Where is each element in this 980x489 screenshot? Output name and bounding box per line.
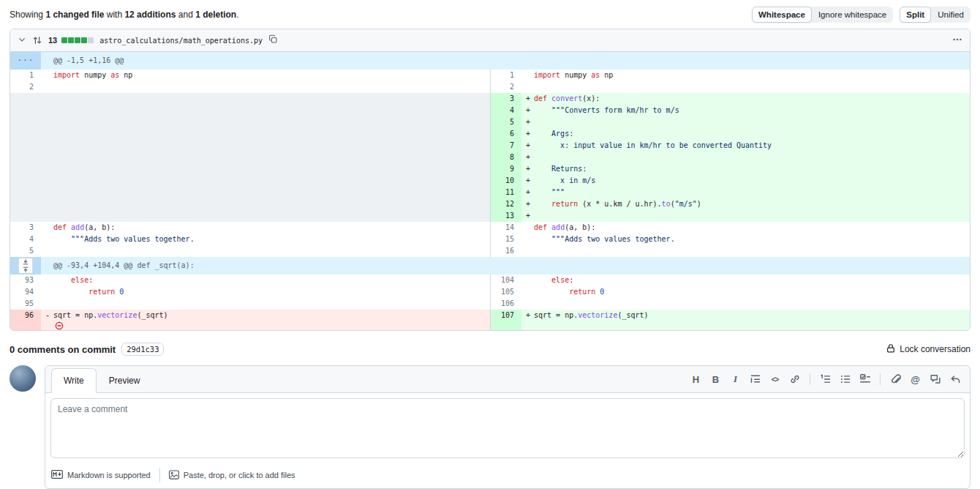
line-number[interactable]: 16 — [491, 245, 521, 257]
diff-cell: 5 — [10, 245, 490, 257]
diff-cell: 5+ — [490, 116, 970, 128]
diff-body: ···@@ -1,5 +1,16 @@1import numpy as np1i… — [10, 52, 970, 330]
line-number[interactable] — [491, 321, 521, 330]
line-number[interactable]: 3 — [10, 222, 41, 234]
comment-box: Write Preview HBI<>@ Markdown is support… — [45, 365, 970, 489]
tasklist-icon[interactable] — [856, 370, 874, 388]
bold-icon[interactable]: B — [706, 370, 725, 388]
code-icon[interactable]: <> — [766, 370, 784, 388]
line-number[interactable]: 4 — [491, 105, 521, 116]
line-number[interactable]: 4 — [10, 234, 41, 245]
file-path[interactable]: astro_calculations/math_operations.py — [99, 37, 263, 45]
diff-cell: 2 — [10, 81, 490, 93]
arrows-up-down-icon[interactable] — [32, 35, 42, 45]
line-number[interactable]: 10 — [491, 175, 521, 187]
file-options-button[interactable] — [952, 34, 962, 47]
expand-up-icon[interactable] — [19, 266, 32, 273]
diff-row: 10+ x in m/s — [10, 175, 970, 187]
list-ordered-icon[interactable] — [816, 370, 834, 388]
line-number[interactable]: 3 — [491, 93, 521, 105]
line-number[interactable]: 94 — [10, 286, 41, 298]
line-number[interactable]: 96 — [10, 310, 41, 321]
line-number[interactable]: 95 — [10, 298, 41, 310]
paperclip-icon[interactable] — [886, 370, 905, 388]
mention-icon[interactable]: @ — [906, 370, 924, 388]
diff-row: 6+ Args: — [10, 128, 970, 140]
composer-toolbar: HBI<>@ — [687, 370, 964, 388]
diff-cell: 8+ — [490, 152, 970, 163]
attach-files-button[interactable]: Paste, drop, or click to add files — [169, 470, 295, 481]
hunk-header: @@ -93,4 +104,4 @@ def _sqrt(a): — [10, 257, 970, 275]
copy-icon — [268, 34, 278, 46]
quote-icon[interactable] — [746, 370, 764, 388]
image-icon — [169, 470, 179, 481]
line-number[interactable] — [10, 321, 41, 330]
line-number[interactable]: 1 — [491, 70, 521, 81]
line-number[interactable]: 5 — [10, 245, 41, 257]
heading-icon[interactable]: H — [687, 370, 705, 388]
reply-icon[interactable] — [946, 370, 964, 388]
comment-input[interactable] — [50, 398, 965, 458]
list-unordered-icon[interactable] — [836, 370, 854, 388]
ignore-whitespace-button[interactable]: Ignore whitespace — [812, 7, 893, 23]
split-view-button[interactable]: Split — [900, 7, 931, 23]
diff-cell-empty — [10, 163, 490, 175]
expand-down-icon[interactable] — [19, 258, 32, 266]
line-number[interactable]: 6 — [491, 128, 521, 140]
diff-cell: 106 — [490, 298, 970, 310]
markdown-supported-link[interactable]: Markdown is supported — [51, 470, 151, 480]
unified-view-button[interactable]: Unified — [931, 7, 970, 23]
line-number[interactable]: 9 — [491, 163, 521, 175]
line-number[interactable]: 14 — [491, 222, 521, 234]
line-number[interactable]: 12 — [491, 198, 521, 210]
lock-conversation-button[interactable]: Lock conversation — [886, 343, 970, 356]
diff-cell: 1import numpy as np — [490, 70, 970, 81]
tab-preview[interactable]: Preview — [97, 368, 153, 393]
diff-cell: 7+ x: input value in km/hr to be convert… — [490, 140, 970, 152]
whitespace-button[interactable]: Whitespace — [752, 7, 812, 23]
diffstat — [61, 37, 94, 43]
copy-path-button[interactable] — [268, 34, 278, 46]
diff-cell: 94 return 0 — [10, 286, 490, 298]
line-number[interactable]: 104 — [491, 275, 521, 286]
tab-write[interactable]: Write — [51, 368, 97, 393]
composer-body — [45, 393, 970, 466]
line-number[interactable]: 15 — [491, 234, 521, 245]
diff-row: 7+ x: input value in km/hr to be convert… — [10, 140, 970, 152]
line-number[interactable]: 2 — [10, 81, 41, 93]
link-icon[interactable] — [785, 370, 804, 388]
line-number[interactable]: 105 — [491, 286, 521, 298]
diff-cell: 15 """Adds two values together. — [490, 234, 970, 245]
hunk-expand-dots[interactable]: ··· — [18, 55, 34, 67]
diff-cell: 4+ """Converts form km/hr to m/s — [490, 105, 970, 116]
footer-divider — [159, 468, 160, 482]
diff-cell: 11+ """ — [490, 187, 970, 198]
line-number[interactable]: 1 — [10, 70, 41, 81]
collapse-file-button[interactable] — [18, 35, 26, 46]
diffstat-block — [75, 37, 80, 43]
line-number[interactable]: 7 — [491, 140, 521, 152]
line-number[interactable]: 8 — [491, 152, 521, 163]
line-number[interactable]: 11 — [491, 187, 521, 198]
line-number[interactable]: 2 — [491, 81, 521, 93]
cross-reference-icon[interactable] — [926, 370, 944, 388]
diff-row: 94 return 0105 return 0 — [10, 286, 970, 298]
italic-icon[interactable]: I — [726, 370, 745, 388]
diff-cell-empty — [10, 210, 490, 222]
commit-sha-badge[interactable]: 29d1c33 — [121, 343, 164, 356]
file-header: 13 astro_calculations/math_operations.py — [10, 29, 970, 52]
comment-composer: Write Preview HBI<>@ Markdown is support… — [10, 365, 970, 489]
diff-cell: 2 — [490, 81, 970, 93]
line-number[interactable]: 106 — [491, 298, 521, 310]
diff-cell-empty — [10, 198, 490, 210]
diff-cell — [490, 321, 970, 330]
diff-cell: 3def add(a, b): — [10, 222, 490, 234]
line-number[interactable]: 13 — [491, 210, 521, 222]
line-number[interactable]: 5 — [491, 116, 521, 128]
diff-row: 516 — [10, 245, 970, 257]
diff-cell: 12+ return (x * u.km / u.hr).to("m/s") — [490, 198, 970, 210]
diff-cell: 93 else: — [10, 275, 490, 286]
line-number[interactable]: 107 — [491, 310, 521, 321]
line-number[interactable]: 93 — [10, 275, 41, 286]
hunk-header: ···@@ -1,5 +1,16 @@ — [10, 52, 970, 70]
